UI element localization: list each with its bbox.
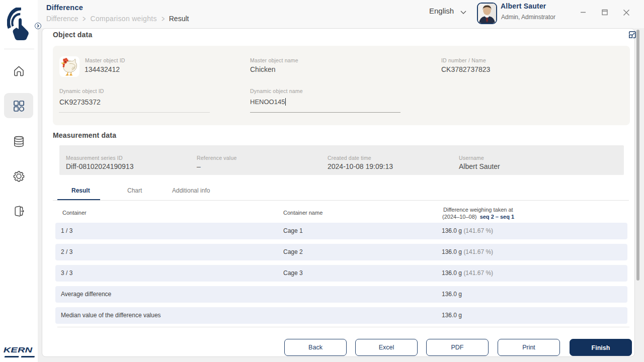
svg-text:KERN: KERN <box>4 346 33 354</box>
